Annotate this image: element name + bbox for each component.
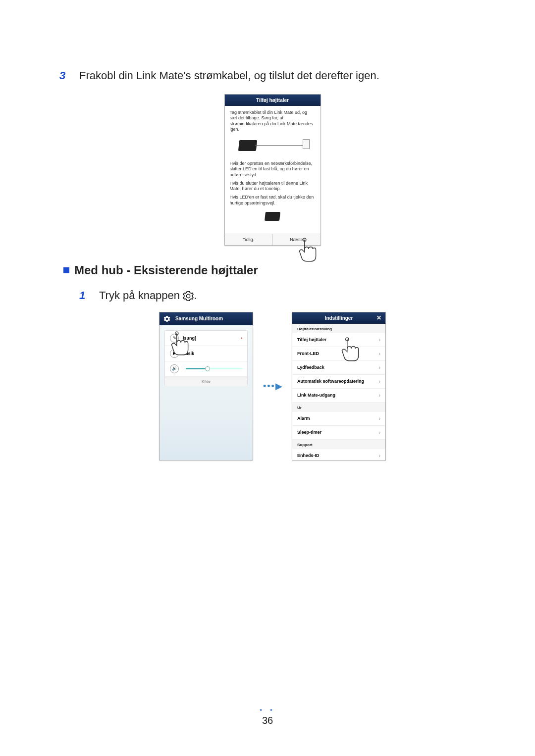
chevron-right-icon: ›	[379, 430, 380, 435]
phone-mockup-add-speaker: Tilføj højttaler Tag strømkablet til din…	[224, 94, 321, 246]
step-1-text-before: Tryk på knappen	[99, 289, 183, 302]
chevron-right-icon: ›	[379, 379, 380, 384]
settings-alarm[interactable]: Alarm›	[292, 412, 385, 426]
phone1-paragraph-1: Tag strømkablet til din Link Mate ud, og…	[230, 110, 316, 132]
close-icon[interactable]: ✕	[376, 314, 381, 321]
phone3-title: Indstillinger	[325, 315, 353, 321]
chevron-right-icon: ›	[379, 365, 380, 370]
volume-row[interactable]: 🔊	[165, 361, 247, 377]
linkmate-cable-illustration	[230, 135, 316, 157]
volume-icon: 🔊	[170, 364, 179, 373]
step-1-text-after: .	[194, 289, 197, 302]
phone1-prev-button[interactable]: Tidlig.	[225, 234, 272, 245]
page-number-value: 36	[262, 715, 273, 726]
settings-section-speaker: Højttalerindstilling	[292, 324, 385, 333]
step-3-number: 3	[59, 69, 79, 82]
settings-add-speaker[interactable]: Tilføj højttaler›	[292, 333, 385, 347]
chevron-right-icon: ›	[241, 336, 242, 341]
chevron-right-icon: ›	[379, 351, 380, 356]
phone-mockup-settings: Indstillinger ✕ Højttalerindstilling Til…	[292, 312, 386, 460]
tap-hand-icon	[340, 336, 361, 364]
source-label[interactable]: Kilde	[165, 377, 247, 386]
step-1-number: 1	[79, 289, 99, 302]
settings-section-support: Support	[292, 440, 385, 449]
phone2-title: Samsung Multiroom	[175, 316, 223, 321]
step-3-line: 3 Frakobl din Link Mate's strømkabel, og…	[59, 69, 485, 82]
section-heading: Med hub - Eksisterende højttaler	[59, 263, 485, 277]
heading-text: Med hub - Eksisterende højttaler	[74, 263, 258, 277]
settings-link-mate-output[interactable]: Link Mate-udgang›	[292, 389, 385, 403]
chevron-right-icon: ›	[379, 337, 380, 343]
phone1-paragraph-2: Hvis der oprettes en netværksforbindelse…	[230, 161, 316, 178]
settings-device-id[interactable]: Enheds-ID›	[292, 449, 385, 460]
settings-section-clock: Ur	[292, 403, 385, 412]
linkmate-illustration	[230, 209, 316, 226]
gear-icon	[183, 291, 194, 302]
settings-sleep-timer[interactable]: Sleep-timer›	[292, 426, 385, 440]
settings-auto-update[interactable]: Automatisk softwareopdatering›	[292, 375, 385, 389]
bullet-square-icon	[63, 267, 69, 273]
page-number: • • 36	[0, 706, 535, 726]
settings-front-led[interactable]: Front-LED›	[292, 347, 385, 361]
chevron-right-icon: ›	[379, 393, 380, 398]
phone1-title: Tilføj højttaler	[225, 95, 321, 106]
step-1-line: 1 Tryk på knappen .	[59, 289, 485, 302]
transition-arrow-icon: •••▶	[263, 381, 282, 392]
phone1-paragraph-3: Hvis du slutter højttaleren til denne Li…	[230, 181, 316, 192]
chevron-right-icon: ›	[379, 416, 380, 421]
tap-hand-icon	[169, 330, 190, 358]
tap-hand-icon	[297, 237, 318, 265]
chevron-right-icon: ›	[379, 453, 380, 458]
step-1-text: Tryk på knappen .	[99, 289, 485, 302]
gear-icon[interactable]	[163, 315, 170, 322]
phone-mockup-multiroom: Samsung Multiroom ✎ isung] › ▶ ..usik 🔊 …	[159, 312, 253, 460]
step-3-text: Frakobl din Link Mate's strømkabel, og t…	[79, 69, 485, 82]
settings-sound-feedback[interactable]: Lydfeedback›	[292, 361, 385, 375]
page-number-dots: • •	[0, 706, 535, 714]
phone1-paragraph-4: Hvis LED'en er fast rød, skal du tjekke …	[230, 195, 316, 206]
